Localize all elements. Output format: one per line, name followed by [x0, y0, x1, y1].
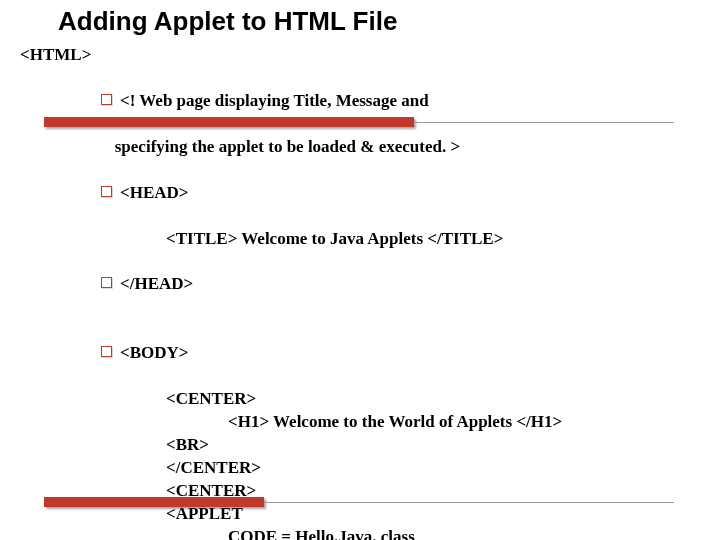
code-text: <! Web page displaying Title, Message an…	[120, 91, 429, 110]
code-line: CODE = Hello.Java. class	[20, 526, 700, 540]
bullet-icon	[101, 94, 112, 105]
code-text: </HEAD>	[120, 274, 193, 293]
code-line: <CENTER>	[20, 480, 700, 503]
code-line: specifying the applet to be loaded & exe…	[20, 136, 700, 159]
code-line: <! Web page displaying Title, Message an…	[20, 67, 700, 136]
slide-title: Adding Applet to HTML File	[58, 6, 397, 37]
code-line: <BODY>	[20, 319, 700, 388]
code-text: <HEAD>	[120, 183, 189, 202]
bullet-icon	[101, 346, 112, 357]
code-line: <BR>	[20, 434, 700, 457]
code-line: </CENTER>	[20, 457, 700, 480]
code-line: <HTML>	[20, 44, 700, 67]
code-block: <HTML> <! Web page displaying Title, Mes…	[20, 44, 700, 540]
code-line: <APPLET	[20, 503, 700, 526]
code-line: <HEAD>	[20, 159, 700, 228]
code-text: <BODY>	[120, 343, 189, 362]
code-line: <TITLE> Welcome to Java Applets </TITLE>	[20, 228, 700, 251]
code-line: <CENTER>	[20, 388, 700, 411]
bullet-icon	[101, 186, 112, 197]
code-line: </HEAD>	[20, 250, 700, 319]
code-line: <H1> Welcome to the World of Applets </H…	[20, 411, 700, 434]
bullet-icon	[101, 277, 112, 288]
